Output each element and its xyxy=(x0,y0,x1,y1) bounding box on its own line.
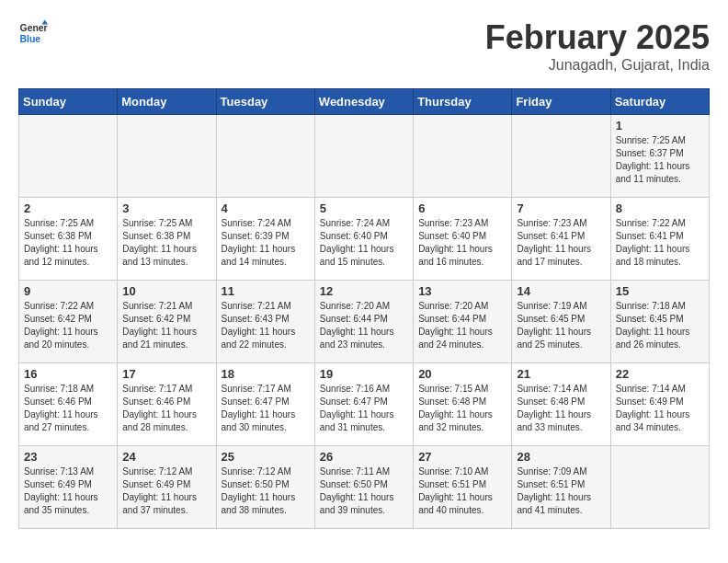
column-header-thursday: Thursday xyxy=(414,89,512,115)
day-number: 14 xyxy=(517,284,605,298)
day-number: 18 xyxy=(222,367,310,381)
day-number: 2 xyxy=(24,201,112,215)
calendar-cell: 24Sunrise: 7:12 AM Sunset: 6:49 PM Dayli… xyxy=(118,446,216,529)
day-info: Sunrise: 7:16 AM Sunset: 6:47 PM Dayligh… xyxy=(320,383,408,434)
calendar-cell: 18Sunrise: 7:17 AM Sunset: 6:47 PM Dayli… xyxy=(216,363,314,446)
calendar-cell: 8Sunrise: 7:22 AM Sunset: 6:41 PM Daylig… xyxy=(610,198,709,281)
column-header-sunday: Sunday xyxy=(19,89,118,115)
day-info: Sunrise: 7:23 AM Sunset: 6:40 PM Dayligh… xyxy=(418,217,506,269)
day-number: 15 xyxy=(616,284,704,298)
column-header-monday: Monday xyxy=(118,89,216,115)
calendar-week-row: 16Sunrise: 7:18 AM Sunset: 6:46 PM Dayli… xyxy=(19,363,710,446)
day-info: Sunrise: 7:18 AM Sunset: 6:45 PM Dayligh… xyxy=(616,300,704,351)
day-info: Sunrise: 7:24 AM Sunset: 6:40 PM Dayligh… xyxy=(320,217,408,269)
calendar-cell: 20Sunrise: 7:15 AM Sunset: 6:48 PM Dayli… xyxy=(414,363,512,446)
day-info: Sunrise: 7:13 AM Sunset: 6:49 PM Dayligh… xyxy=(24,465,112,517)
calendar-cell: 12Sunrise: 7:20 AM Sunset: 6:44 PM Dayli… xyxy=(314,281,413,363)
day-number: 10 xyxy=(122,284,210,298)
day-info: Sunrise: 7:21 AM Sunset: 6:42 PM Dayligh… xyxy=(122,300,210,351)
day-info: Sunrise: 7:21 AM Sunset: 6:43 PM Dayligh… xyxy=(222,300,310,351)
calendar-cell: 19Sunrise: 7:16 AM Sunset: 6:47 PM Dayli… xyxy=(314,363,413,446)
calendar-cell: 17Sunrise: 7:17 AM Sunset: 6:46 PM Dayli… xyxy=(118,363,216,446)
day-number: 7 xyxy=(517,201,605,215)
calendar-cell: 14Sunrise: 7:19 AM Sunset: 6:45 PM Dayli… xyxy=(512,281,610,363)
calendar-cell xyxy=(610,446,709,529)
calendar-week-row: 23Sunrise: 7:13 AM Sunset: 6:49 PM Dayli… xyxy=(19,446,710,529)
day-info: Sunrise: 7:22 AM Sunset: 6:42 PM Dayligh… xyxy=(24,300,112,351)
day-info: Sunrise: 7:25 AM Sunset: 6:37 PM Dayligh… xyxy=(616,134,704,186)
day-info: Sunrise: 7:23 AM Sunset: 6:41 PM Dayligh… xyxy=(517,217,605,269)
calendar-cell xyxy=(314,115,413,198)
calendar-cell: 11Sunrise: 7:21 AM Sunset: 6:43 PM Dayli… xyxy=(216,281,314,363)
calendar-cell: 9Sunrise: 7:22 AM Sunset: 6:42 PM Daylig… xyxy=(19,281,118,363)
day-number: 22 xyxy=(616,367,704,381)
location-subtitle: Junagadh, Gujarat, India xyxy=(485,57,710,74)
logo: General Blue xyxy=(18,18,48,48)
day-number: 16 xyxy=(24,367,112,381)
calendar-cell xyxy=(512,115,610,198)
logo-icon: General Blue xyxy=(18,18,48,48)
day-info: Sunrise: 7:17 AM Sunset: 6:47 PM Dayligh… xyxy=(222,383,310,434)
day-info: Sunrise: 7:11 AM Sunset: 6:50 PM Dayligh… xyxy=(320,465,408,517)
column-header-friday: Friday xyxy=(512,89,610,115)
calendar-cell: 16Sunrise: 7:18 AM Sunset: 6:46 PM Dayli… xyxy=(19,363,118,446)
day-info: Sunrise: 7:25 AM Sunset: 6:38 PM Dayligh… xyxy=(24,217,112,269)
day-number: 13 xyxy=(418,284,506,298)
day-info: Sunrise: 7:19 AM Sunset: 6:45 PM Dayligh… xyxy=(517,300,605,351)
calendar-cell: 21Sunrise: 7:14 AM Sunset: 6:48 PM Dayli… xyxy=(512,363,610,446)
calendar-cell: 2Sunrise: 7:25 AM Sunset: 6:38 PM Daylig… xyxy=(19,198,118,281)
column-header-saturday: Saturday xyxy=(610,89,709,115)
svg-text:General: General xyxy=(20,23,48,33)
day-info: Sunrise: 7:25 AM Sunset: 6:38 PM Dayligh… xyxy=(122,217,210,269)
calendar-cell: 10Sunrise: 7:21 AM Sunset: 6:42 PM Dayli… xyxy=(118,281,216,363)
calendar-cell: 3Sunrise: 7:25 AM Sunset: 6:38 PM Daylig… xyxy=(118,198,216,281)
day-number: 12 xyxy=(320,284,408,298)
calendar-cell: 13Sunrise: 7:20 AM Sunset: 6:44 PM Dayli… xyxy=(414,281,512,363)
day-info: Sunrise: 7:12 AM Sunset: 6:49 PM Dayligh… xyxy=(122,465,210,517)
day-number: 6 xyxy=(418,201,506,215)
day-number: 27 xyxy=(418,450,506,464)
day-info: Sunrise: 7:14 AM Sunset: 6:48 PM Dayligh… xyxy=(517,383,605,434)
calendar-cell: 5Sunrise: 7:24 AM Sunset: 6:40 PM Daylig… xyxy=(314,198,413,281)
day-info: Sunrise: 7:20 AM Sunset: 6:44 PM Dayligh… xyxy=(418,300,506,351)
day-info: Sunrise: 7:17 AM Sunset: 6:46 PM Dayligh… xyxy=(122,383,210,434)
day-number: 24 xyxy=(122,450,210,464)
day-number: 23 xyxy=(24,450,112,464)
calendar-week-row: 2Sunrise: 7:25 AM Sunset: 6:38 PM Daylig… xyxy=(19,198,710,281)
day-number: 3 xyxy=(122,201,210,215)
day-info: Sunrise: 7:24 AM Sunset: 6:39 PM Dayligh… xyxy=(222,217,310,269)
calendar-cell xyxy=(414,115,512,198)
calendar-cell: 28Sunrise: 7:09 AM Sunset: 6:51 PM Dayli… xyxy=(512,446,610,529)
day-info: Sunrise: 7:09 AM Sunset: 6:51 PM Dayligh… xyxy=(517,465,605,517)
calendar-week-row: 9Sunrise: 7:22 AM Sunset: 6:42 PM Daylig… xyxy=(19,281,710,363)
calendar-cell: 27Sunrise: 7:10 AM Sunset: 6:51 PM Dayli… xyxy=(414,446,512,529)
calendar-cell: 7Sunrise: 7:23 AM Sunset: 6:41 PM Daylig… xyxy=(512,198,610,281)
title-block: February 2025 Junagadh, Gujarat, India xyxy=(485,18,710,74)
day-number: 8 xyxy=(616,201,704,215)
day-number: 4 xyxy=(222,201,310,215)
day-number: 1 xyxy=(616,119,704,132)
calendar-table: SundayMondayTuesdayWednesdayThursdayFrid… xyxy=(18,88,710,529)
day-number: 17 xyxy=(122,367,210,381)
column-header-tuesday: Tuesday xyxy=(216,89,314,115)
day-number: 26 xyxy=(320,450,408,464)
day-number: 19 xyxy=(320,367,408,381)
month-title: February 2025 xyxy=(485,18,710,57)
day-info: Sunrise: 7:10 AM Sunset: 6:51 PM Dayligh… xyxy=(418,465,506,517)
calendar-cell: 26Sunrise: 7:11 AM Sunset: 6:50 PM Dayli… xyxy=(314,446,413,529)
day-number: 9 xyxy=(24,284,112,298)
calendar-cell xyxy=(19,115,118,198)
day-info: Sunrise: 7:22 AM Sunset: 6:41 PM Dayligh… xyxy=(616,217,704,269)
day-info: Sunrise: 7:20 AM Sunset: 6:44 PM Dayligh… xyxy=(320,300,408,351)
column-header-wednesday: Wednesday xyxy=(314,89,413,115)
calendar-cell: 15Sunrise: 7:18 AM Sunset: 6:45 PM Dayli… xyxy=(610,281,709,363)
calendar-cell: 1Sunrise: 7:25 AM Sunset: 6:37 PM Daylig… xyxy=(610,115,709,198)
svg-text:Blue: Blue xyxy=(20,34,41,44)
day-number: 20 xyxy=(418,367,506,381)
calendar-cell: 25Sunrise: 7:12 AM Sunset: 6:50 PM Dayli… xyxy=(216,446,314,529)
calendar-week-row: 1Sunrise: 7:25 AM Sunset: 6:37 PM Daylig… xyxy=(19,115,710,198)
calendar-cell xyxy=(118,115,216,198)
page-header: General Blue February 2025 Junagadh, Guj… xyxy=(18,18,710,74)
calendar-cell xyxy=(216,115,314,198)
day-number: 11 xyxy=(222,284,310,298)
